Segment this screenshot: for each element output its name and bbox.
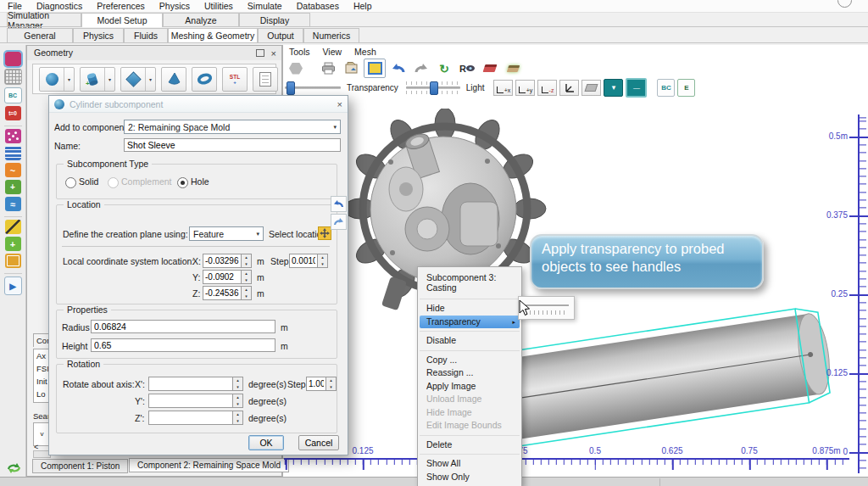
tab-general[interactable]: General (7, 28, 73, 42)
menu-item-transparency[interactable]: Transparency ▸ (420, 316, 520, 329)
hole-radio[interactable] (177, 177, 188, 188)
ok-button[interactable]: OK (248, 435, 284, 450)
spin-up-icon[interactable]: ▴ (233, 377, 242, 384)
menu-item-hide[interactable]: Hide (418, 302, 521, 316)
display-options-icon[interactable] (5, 254, 21, 268)
menu-item-delete[interactable]: Delete (418, 439, 521, 452)
rotation-step-input[interactable] (306, 377, 326, 391)
favorite-bc-button[interactable]: BC (657, 79, 675, 97)
view-plus-x-button[interactable]: +x (493, 80, 513, 96)
light-slider[interactable] (406, 81, 460, 94)
tab-analyze[interactable]: Analyze (163, 13, 239, 27)
spinner-buttons[interactable]: ▴▾ (318, 254, 328, 268)
menu-mesh[interactable]: Mesh (354, 47, 376, 57)
menu-item-copy[interactable]: Copy ... (418, 354, 521, 367)
menu-item-disable[interactable]: Disable (418, 334, 521, 348)
eraser-tool-button[interactable] (581, 80, 601, 96)
select-location-icon[interactable] (318, 226, 331, 240)
menu-utilities[interactable]: Utilities (204, 1, 233, 11)
box-primitive-button[interactable]: ▾ (120, 67, 156, 92)
slice-minus-button[interactable]: — (626, 78, 647, 98)
mesh-grid-icon[interactable] (4, 69, 22, 85)
fluids-region-icon[interactable]: ≈ (5, 197, 21, 211)
spin-down-icon[interactable]: ▾ (318, 261, 327, 268)
chart-icon[interactable] (5, 220, 21, 234)
render-eye-icon[interactable]: R (457, 59, 477, 77)
x-coordinate-input[interactable] (203, 254, 242, 268)
add-to-component-select[interactable]: 2: Remaining Space Mold ▾ (124, 120, 341, 134)
spin-up-icon[interactable]: ▴ (233, 394, 242, 401)
box-dropdown-arrow[interactable]: ▾ (145, 68, 155, 91)
tab-output[interactable]: Output (258, 28, 303, 42)
spinner-buttons[interactable]: ▴▾ (242, 254, 252, 268)
spinner-buttons[interactable]: ▴▾ (233, 394, 243, 408)
torus-primitive-button[interactable] (192, 67, 217, 92)
hexagon-display-icon[interactable] (286, 59, 306, 77)
cylinder-dropdown-arrow[interactable]: ▾ (104, 68, 114, 91)
rotation-x-spinner[interactable]: ▴▾ (148, 377, 243, 391)
step-spinner[interactable]: ▴▾ (289, 254, 328, 268)
hole-radio-label[interactable]: Hole (191, 176, 209, 187)
step-input[interactable] (289, 254, 318, 268)
bounding-box-icon[interactable] (364, 59, 386, 78)
spin-up-icon[interactable]: ▴ (233, 411, 242, 418)
spinner-buttons[interactable]: ▴▾ (326, 377, 337, 391)
initial-conditions-icon[interactable]: t=0 (5, 106, 21, 120)
regenerate-icon[interactable] (6, 461, 22, 475)
menu-item-show-only[interactable]: Show Only (418, 471, 521, 484)
rotation-y-input[interactable] (148, 394, 233, 408)
spin-down-icon[interactable]: ▾ (233, 401, 242, 408)
sphere-dropdown-arrow[interactable]: ▾ (64, 68, 74, 91)
move-tool-icon[interactable]: + (5, 237, 21, 251)
menu-item-reassign[interactable]: Reassign ... (418, 366, 521, 380)
menu-tools[interactable]: Tools (289, 47, 310, 57)
spinner-buttons[interactable]: ▴▾ (242, 286, 252, 300)
y-coordinate-spinner[interactable]: ▴▾ (203, 270, 252, 284)
tab-physics-sub[interactable]: Physics (73, 28, 124, 42)
boundary-conditions-icon[interactable]: BC (4, 87, 22, 103)
rotation-y-spinner[interactable]: ▴▾ (148, 394, 243, 408)
tab-model-setup[interactable]: Model Setup (81, 13, 163, 27)
menu-view[interactable]: View (323, 47, 342, 57)
spin-up-icon[interactable]: ▴ (242, 254, 251, 261)
menu-preferences[interactable]: Preferences (97, 1, 145, 11)
solid-radio[interactable] (65, 177, 76, 188)
menu-item-apply-image[interactable]: Apply Image (418, 380, 521, 394)
tab-fluids[interactable]: Fluids (124, 28, 168, 42)
probe-redo-button[interactable] (331, 214, 347, 230)
axis-triad-button[interactable] (559, 80, 579, 96)
spin-down-icon[interactable]: ▾ (233, 418, 242, 425)
cancel-button[interactable]: Cancel (298, 435, 339, 450)
spin-down-icon[interactable]: ▾ (242, 261, 251, 268)
menu-physics[interactable]: Physics (159, 1, 190, 11)
y-coordinate-input[interactable] (203, 270, 242, 284)
tab-display[interactable]: Display (239, 13, 310, 27)
undo-icon[interactable] (388, 59, 409, 77)
history-probe-icon[interactable]: ~ (5, 163, 21, 177)
transparency-slider-handle[interactable] (287, 81, 295, 95)
refresh-view-icon[interactable]: ↻ (434, 59, 454, 77)
float-panel-icon[interactable] (256, 49, 264, 57)
z-coordinate-spinner[interactable]: ▴▾ (203, 286, 252, 300)
save-image-icon[interactable] (341, 59, 361, 77)
eraser-red-icon[interactable] (480, 59, 500, 77)
tab-simulation-manager[interactable]: Simulation Manager (7, 13, 81, 27)
z-coordinate-input[interactable] (203, 286, 242, 300)
spin-down-icon[interactable]: ▾ (242, 277, 251, 284)
menu-simulate[interactable]: Simulate (248, 1, 282, 11)
name-input[interactable] (124, 138, 341, 152)
menu-help[interactable]: Help (353, 1, 372, 11)
panel-close-icon[interactable]: × (271, 47, 276, 60)
play-icon[interactable]: ▶ (4, 277, 22, 295)
dialog-titlebar[interactable]: Cylinder subcomponent × (49, 96, 348, 113)
spin-down-icon[interactable]: ▾ (326, 384, 336, 391)
menu-item-show-all[interactable]: Show All (418, 457, 521, 471)
height-input[interactable] (91, 338, 275, 352)
spinner-buttons[interactable]: ▴▾ (233, 411, 243, 425)
spin-down-icon[interactable]: ▾ (242, 293, 251, 300)
menu-databases[interactable]: Databases (297, 1, 339, 11)
cylinder-primitive-button[interactable]: + ▾ (80, 67, 115, 92)
geometry-file-button[interactable] (253, 67, 278, 92)
sliders-icon[interactable] (5, 146, 21, 160)
redo-icon[interactable] (411, 59, 431, 77)
